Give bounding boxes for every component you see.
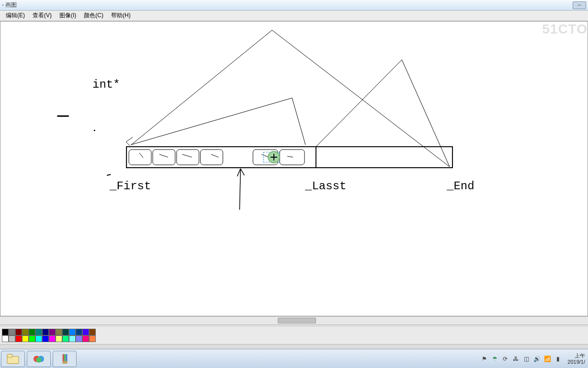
svg-rect-3 bbox=[153, 150, 175, 165]
svg-line-16 bbox=[316, 60, 402, 147]
tray-shield-icon[interactable]: ◫ bbox=[522, 355, 530, 363]
color-swatch[interactable] bbox=[89, 335, 96, 342]
svg-rect-34 bbox=[64, 354, 66, 361]
menu-color[interactable]: 颜色(C) bbox=[80, 11, 107, 21]
svg-line-17 bbox=[402, 60, 450, 167]
label-first: _First bbox=[110, 180, 151, 193]
color-swatch[interactable] bbox=[35, 335, 42, 342]
color-swatch[interactable] bbox=[89, 329, 96, 335]
color-swatch[interactable] bbox=[62, 335, 69, 342]
color-swatch[interactable] bbox=[76, 329, 82, 335]
color-swatch[interactable] bbox=[2, 329, 9, 335]
color-swatch[interactable] bbox=[22, 335, 29, 342]
svg-line-20 bbox=[126, 137, 133, 142]
taskbar-paint-button[interactable] bbox=[53, 351, 77, 367]
color-swatch[interactable] bbox=[2, 335, 9, 342]
minimize-button[interactable]: ─ bbox=[573, 1, 586, 9]
svg-line-10 bbox=[182, 154, 192, 157]
color-swatch[interactable] bbox=[82, 335, 89, 342]
svg-line-9 bbox=[159, 154, 168, 157]
svg-rect-4 bbox=[177, 150, 199, 165]
color-swatch[interactable] bbox=[42, 329, 49, 335]
taskbar: ⚑ ☂ ⟳ 🖧 ◫ 🔊 📶 ▮ 上午 2019/1/ bbox=[0, 349, 588, 368]
horizontal-scrollbar[interactable] bbox=[0, 316, 588, 325]
tray-umbrella-icon[interactable]: ☂ bbox=[491, 355, 498, 363]
color-swatch[interactable] bbox=[69, 329, 76, 335]
svg-line-24 bbox=[240, 169, 244, 175]
menu-help[interactable]: 帮助(H) bbox=[107, 11, 135, 21]
color-swatch[interactable] bbox=[49, 335, 56, 342]
tray-network-icon[interactable]: 🖧 bbox=[512, 355, 520, 363]
svg-rect-2 bbox=[129, 150, 151, 165]
tray-volume-icon[interactable]: 🔊 bbox=[533, 355, 541, 363]
color-swatch[interactable] bbox=[22, 329, 29, 335]
scrollbar-thumb[interactable] bbox=[278, 318, 316, 323]
window-buttons: ─ bbox=[573, 1, 586, 9]
clock-date: 2019/1/ bbox=[567, 359, 585, 365]
color-swatch[interactable] bbox=[56, 335, 62, 342]
color-swatch[interactable] bbox=[29, 329, 35, 335]
system-tray: ⚑ ☂ ⟳ 🖧 ◫ 🔊 📶 ▮ 上午 2019/1/ bbox=[480, 353, 588, 365]
color-swatch[interactable] bbox=[9, 335, 15, 342]
svg-rect-29 bbox=[7, 354, 12, 357]
svg-point-26 bbox=[94, 130, 95, 131]
color-swatch[interactable] bbox=[76, 335, 82, 342]
svg-rect-36 bbox=[63, 361, 68, 364]
svg-line-13 bbox=[287, 156, 293, 157]
svg-rect-35 bbox=[66, 354, 67, 361]
svg-line-8 bbox=[139, 153, 143, 158]
svg-line-27 bbox=[107, 174, 111, 175]
color-swatch[interactable] bbox=[62, 329, 69, 335]
window-title: - 画图 bbox=[2, 1, 573, 9]
title-bar: - 画图 ─ bbox=[0, 0, 588, 11]
menu-edit[interactable]: 编辑(E) bbox=[2, 11, 29, 21]
text-intptr: int* bbox=[92, 78, 120, 91]
tray-sync-icon[interactable]: ⟳ bbox=[501, 355, 509, 363]
svg-line-21 bbox=[126, 142, 130, 146]
svg-line-18 bbox=[131, 98, 292, 145]
svg-line-22 bbox=[239, 169, 240, 210]
move-cursor-icon bbox=[268, 151, 280, 163]
svg-point-32 bbox=[36, 357, 42, 362]
color-swatch[interactable] bbox=[69, 335, 76, 342]
tray-battery-icon[interactable]: ▮ bbox=[554, 355, 562, 363]
color-swatch[interactable] bbox=[56, 329, 62, 335]
clock-period: 上午 bbox=[567, 353, 585, 359]
palette-row-1 bbox=[2, 329, 586, 335]
svg-line-14 bbox=[131, 30, 272, 145]
color-swatch[interactable] bbox=[49, 329, 56, 335]
svg-rect-33 bbox=[63, 354, 64, 361]
label-lasst: _Lasst bbox=[305, 180, 346, 193]
menu-image[interactable]: 图像(I) bbox=[56, 11, 80, 21]
taskbar-explorer-button[interactable] bbox=[1, 351, 25, 367]
palette-row-2 bbox=[2, 335, 586, 342]
color-swatch[interactable] bbox=[15, 335, 22, 342]
color-swatch[interactable] bbox=[15, 329, 22, 335]
taskbar-app1-button[interactable] bbox=[27, 351, 51, 367]
menu-bar: 编辑(E) 查看(V) 图像(I) 颜色(C) 帮助(H) bbox=[0, 11, 588, 21]
color-swatch[interactable] bbox=[42, 335, 49, 342]
color-swatch[interactable] bbox=[29, 335, 35, 342]
taskbar-clock[interactable]: 上午 2019/1/ bbox=[565, 353, 585, 365]
color-swatch[interactable] bbox=[9, 329, 15, 335]
svg-line-19 bbox=[292, 98, 305, 145]
menu-view[interactable]: 查看(V) bbox=[29, 11, 56, 21]
color-swatch[interactable] bbox=[35, 329, 42, 335]
tray-flag-icon[interactable]: ⚑ bbox=[480, 355, 488, 363]
svg-rect-5 bbox=[201, 150, 223, 165]
svg-line-11 bbox=[211, 154, 219, 157]
label-end: _End bbox=[447, 180, 475, 193]
color-palette bbox=[0, 327, 588, 345]
tray-signal-icon[interactable]: 📶 bbox=[543, 355, 551, 363]
drawing-layer bbox=[0, 22, 588, 316]
color-swatch[interactable] bbox=[82, 329, 89, 335]
canvas[interactable]: 51CTO bbox=[0, 21, 588, 316]
